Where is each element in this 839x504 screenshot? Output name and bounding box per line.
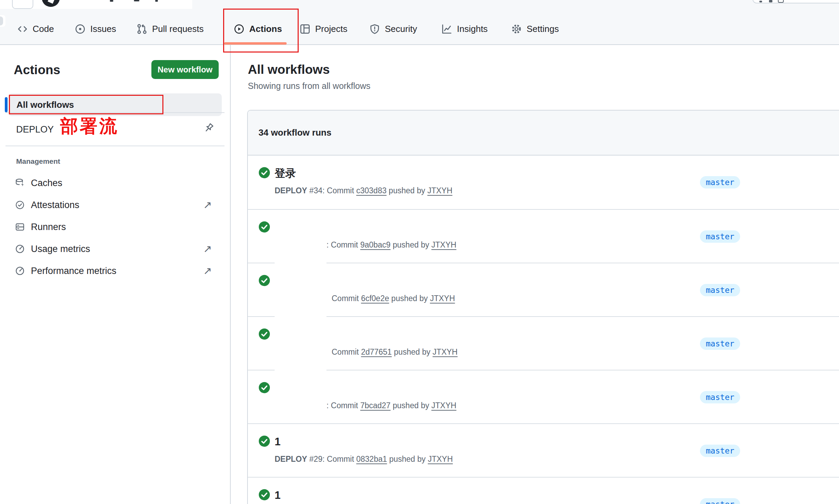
run-meta-text: Commit (332, 294, 361, 303)
branch-badge[interactable]: master (700, 445, 740, 457)
search-icon-fragment (769, 0, 772, 2)
verified-badge-icon (15, 200, 25, 210)
gauge-icon (15, 244, 25, 254)
run-meta-text: Commit (332, 347, 361, 356)
table-icon (300, 24, 310, 34)
success-check-icon (258, 275, 270, 286)
gear-icon (511, 24, 522, 34)
search-box-cutoff[interactable] (752, 0, 839, 3)
sidebar-item-label: Performance metrics (31, 260, 116, 282)
run-meta-text: pushed by (389, 294, 430, 303)
workflow-run-row[interactable]: : Commit 7bcad27 pushed by JTXYH master (248, 370, 839, 423)
branch-badge[interactable]: master (700, 337, 740, 350)
code-icon (17, 24, 28, 34)
tab-label: Security (385, 24, 417, 34)
external-link-arrow-icon: ↗ (203, 260, 212, 282)
sidebar-item-attestations[interactable]: Attestations ↗ (0, 194, 231, 216)
run-meta: DEPLOY #29: Commit 0832ba1 pushed by JTX… (275, 454, 453, 464)
author-link[interactable]: JTXYH (432, 401, 457, 410)
branch-badge[interactable]: master (700, 284, 740, 296)
graph-icon (441, 24, 452, 34)
workflow-run-row[interactable]: Commit 6cf0e2e pushed by JTXYH master (248, 263, 839, 316)
run-meta: Commit 6cf0e2e pushed by JTXYH (332, 294, 455, 303)
workflow-run-row[interactable]: 登录 DEPLOY #34: Commit c303d83 pushed by … (248, 156, 839, 209)
commit-link[interactable]: 6cf0e2e (361, 294, 389, 303)
redaction-overlay (275, 211, 326, 405)
workflow-run-row[interactable]: 1 DEPLOY #29: Commit 0832ba1 pushed by J… (248, 423, 839, 477)
sidebar-item-runners[interactable]: Runners (0, 216, 231, 238)
sidebar-item-usage-metrics[interactable]: Usage metrics ↗ (0, 238, 231, 260)
copilot-icon-fragment (778, 0, 784, 3)
new-workflow-button[interactable]: New workflow (151, 60, 219, 79)
run-meta-text: pushed by (387, 455, 428, 463)
branch-badge[interactable]: master (700, 391, 740, 403)
workflow-run-row[interactable]: 1 master (248, 477, 839, 504)
tab-security[interactable]: Security (369, 14, 417, 44)
run-title: 登录 (275, 167, 296, 180)
tab-code[interactable]: Code (17, 14, 54, 44)
tab-settings[interactable]: Settings (511, 14, 559, 44)
tab-pull-requests[interactable]: Pull requests (137, 14, 204, 44)
success-check-icon (258, 489, 270, 501)
page-title: All workflows (248, 62, 330, 77)
success-check-icon (258, 382, 270, 393)
author-link[interactable]: JTXYH (428, 455, 453, 463)
author-link[interactable]: JTXYH (430, 294, 455, 303)
run-meta: : Commit 9a0bac9 pushed by JTXYH (326, 240, 456, 250)
tab-label: Pull requests (152, 24, 204, 34)
commit-link[interactable]: 9a0bac9 (360, 240, 390, 249)
run-meta-text: #34: Commit (307, 186, 356, 195)
commit-link[interactable]: 7bcad27 (360, 401, 390, 410)
branch-badge[interactable]: master (700, 176, 740, 188)
selected-item-indicator (5, 97, 8, 112)
branch-badge[interactable]: master (700, 230, 740, 243)
tab-projects[interactable]: Projects (300, 14, 347, 44)
cutoff-breadcrumb-fragment (134, 0, 139, 1)
tab-label: Projects (315, 24, 347, 34)
run-meta-text: pushed by (392, 347, 433, 356)
left-edge-sliver (0, 16, 3, 25)
sidebar-item-workflow-deploy[interactable]: DEPLOY 部署流 (0, 121, 231, 145)
author-link[interactable]: JTXYH (433, 347, 458, 356)
success-check-icon (258, 328, 270, 340)
top-navigation-bar: Code Issues Pull requests Actions Projec… (0, 0, 839, 45)
workflow-name: DEPLOY (16, 123, 54, 136)
run-meta-text: pushed by (387, 186, 427, 195)
workflow-name: DEPLOY (275, 186, 307, 195)
run-meta-text: : Commit (326, 240, 360, 249)
branch-badge[interactable]: master (700, 498, 740, 504)
sidebar-item-caches[interactable]: Caches (0, 172, 231, 194)
main-content: All workflows Showing runs from all work… (231, 45, 839, 504)
author-link[interactable]: JTXYH (427, 186, 452, 195)
runs-count-header: 34 workflow runs (248, 111, 839, 156)
workflow-run-row[interactable]: : Commit 9a0bac9 pushed by JTXYH master (248, 209, 839, 263)
run-meta: : Commit 7bcad27 pushed by JTXYH (326, 401, 456, 410)
tab-label: Issues (90, 24, 116, 34)
run-meta-text: : Commit (326, 401, 360, 410)
pin-icon[interactable] (203, 123, 214, 134)
commit-link[interactable]: 2d77651 (361, 347, 392, 356)
workflow-run-row[interactable]: Commit 2d77651 pushed by JTXYH master (248, 316, 839, 370)
run-meta-text: pushed by (391, 240, 432, 249)
tab-insights[interactable]: Insights (441, 14, 488, 44)
success-check-icon (258, 167, 270, 179)
tab-label: Code (33, 24, 54, 34)
issue-circle-icon (75, 24, 85, 34)
tab-issues[interactable]: Issues (75, 14, 116, 44)
workflow-runs-card: 34 workflow runs 登录 DEPLOY #34: Commit c… (247, 110, 839, 504)
run-title: 1 (275, 489, 280, 502)
server-icon (15, 222, 25, 232)
management-section-heading: Management (16, 157, 60, 165)
workflow-name: DEPLOY (275, 455, 307, 463)
commit-link[interactable]: c303d83 (356, 186, 387, 195)
run-title: 1 (275, 435, 280, 449)
sidebar-item-performance-metrics[interactable]: Performance metrics ↗ (0, 260, 231, 282)
annotation-text-deploy: 部署流 (60, 116, 119, 136)
tab-label: Settings (527, 24, 559, 34)
sidebar-item-label: Caches (31, 172, 62, 194)
sidebar-divider (5, 146, 225, 146)
author-link[interactable]: JTXYH (432, 240, 457, 249)
commit-link[interactable]: 0832ba1 (356, 455, 387, 463)
sidebar-title: Actions (14, 63, 60, 77)
run-meta: Commit 2d77651 pushed by JTXYH (332, 347, 458, 357)
